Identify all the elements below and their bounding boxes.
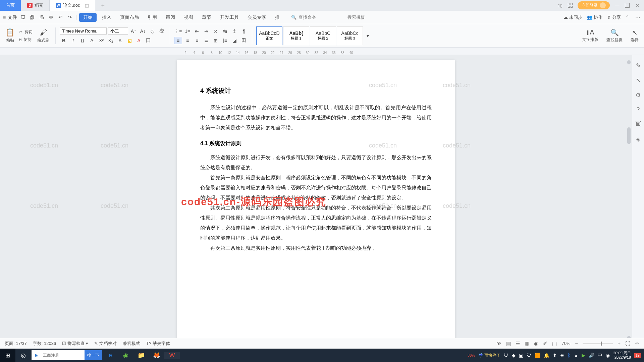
image-tool-icon[interactable]: 🖼	[635, 121, 642, 128]
sliders-icon[interactable]: ⚙	[635, 91, 642, 99]
tray-icon[interactable]: ⊕	[560, 353, 564, 358]
command-search[interactable]: 🔍	[291, 15, 394, 20]
cut-button[interactable]: ✂剪切	[19, 29, 33, 35]
save-as-icon[interactable]: 🗐	[29, 14, 36, 21]
text-effect-button[interactable]: A	[116, 37, 124, 44]
select-button[interactable]: ↖选择	[629, 28, 641, 43]
style-h2[interactable]: AaBbC标题 2	[310, 26, 336, 45]
shrink-font-button[interactable]: A↓	[139, 27, 147, 35]
tab-document[interactable]: W论文.doc◫	[50, 0, 95, 11]
maximize-button[interactable]	[625, 3, 630, 8]
char-border-button[interactable]: 囗	[144, 37, 152, 44]
menu-pagelayout[interactable]: 页面布局	[117, 14, 142, 20]
find-replace-button[interactable]: 🔍查找替换	[604, 28, 625, 43]
document-area[interactable]: code51.cn-源码乐园盗图必究 4 系统设计 系统在设计的过程中，必然要遵…	[0, 55, 632, 346]
indent-dec-button[interactable]: ⇤	[193, 27, 201, 35]
font-color-button[interactable]: A	[135, 37, 143, 44]
sort-button[interactable]: ⤮	[212, 27, 220, 35]
copy-button[interactable]: ⎘复制	[19, 37, 33, 43]
highlight-button[interactable]: ⬕	[125, 37, 133, 44]
settings-icon[interactable]: ✧	[635, 341, 639, 347]
wifi-icon[interactable]: 📶	[535, 353, 540, 358]
menu-devtools[interactable]: 开发工具	[217, 14, 242, 20]
align-right-button[interactable]: ≡	[193, 37, 201, 44]
coop-button[interactable]: 👥协作	[587, 14, 602, 20]
shading-button[interactable]: ◢	[230, 37, 238, 44]
clear-format-button[interactable]: ◇	[148, 27, 156, 35]
zoom-level[interactable]: 70%	[561, 341, 570, 346]
show-marks-button[interactable]: ¶	[240, 27, 248, 35]
menu-insert[interactable]: 插入	[99, 14, 115, 20]
tray-icon[interactable]: ▶	[582, 353, 585, 358]
linespace-button[interactable]: ‡	[230, 27, 238, 35]
search-template-input[interactable]	[347, 15, 394, 20]
search-command-input[interactable]	[299, 15, 345, 20]
share-button[interactable]: ⇪分享	[607, 14, 621, 20]
style-h1[interactable]: AaBb(标题 1	[283, 26, 309, 45]
line-height-button[interactable]: |≡	[221, 37, 229, 44]
distribute-button[interactable]: ⊞	[212, 37, 220, 44]
superscript-button[interactable]: X²	[97, 37, 105, 44]
style-h3[interactable]: AaBbCc标题 3	[337, 26, 363, 45]
word-count[interactable]: 字数: 12036	[33, 341, 56, 347]
print-icon[interactable]: 🖶	[38, 14, 45, 21]
format-painter[interactable]: 🖌格式刷	[35, 28, 51, 43]
undo-icon[interactable]: ↶	[57, 14, 64, 21]
tray-icon[interactable]: ◆	[512, 353, 516, 358]
grow-font-button[interactable]: A↑	[129, 27, 138, 35]
weather-widget[interactable]: ☔ 雨快停了	[478, 353, 500, 358]
bullets-button[interactable]: ⋮≡	[174, 27, 182, 35]
cortana-icon[interactable]: ◎	[15, 349, 31, 362]
subscript-button[interactable]: X₂	[107, 37, 115, 44]
apps-icon[interactable]	[568, 3, 573, 8]
styles-gallery[interactable]: AaBbCcD正文 AaBb(标题 1 AaBbC标题 2 AaBbCc标题 3…	[256, 26, 372, 45]
login-button[interactable]: 立即登录	[578, 1, 610, 9]
zoom-slider[interactable]	[583, 343, 613, 344]
fit-width-icon[interactable]: ⬚	[552, 341, 557, 347]
bold-button[interactable]: B	[60, 37, 68, 44]
italic-button[interactable]: I	[69, 37, 77, 44]
taskbar-search-button[interactable]: 搜一下	[85, 350, 102, 360]
menu-review[interactable]: 审阅	[162, 14, 178, 20]
styles-more-button[interactable]: ▾	[364, 32, 372, 40]
outline-view-icon[interactable]: ☰	[516, 341, 520, 347]
sync-status[interactable]: ☁未同步	[564, 14, 582, 20]
save-icon[interactable]: 🖫	[19, 14, 26, 21]
menu-chapter[interactable]: 章节	[199, 14, 215, 20]
tray-icon[interactable]: ⬆	[553, 353, 557, 358]
file-menu[interactable]: 文件	[8, 14, 17, 20]
overflow-icon[interactable]: ⋯	[634, 14, 641, 21]
volume-icon[interactable]: 🔊	[589, 353, 594, 358]
taskbar-search-input[interactable]	[41, 353, 85, 358]
tray-icon[interactable]: 🛡	[527, 353, 531, 358]
proofread-button[interactable]: ✎ 文档校对	[94, 341, 117, 347]
split-window-icon[interactable]: ◫	[85, 3, 89, 8]
page-indicator[interactable]: 页面: 17/37	[5, 341, 27, 347]
align-justify-button[interactable]: ≣	[202, 37, 210, 44]
compat-mode[interactable]: 兼容模式	[123, 341, 140, 347]
strike-button[interactable]: A̶	[88, 37, 96, 44]
fullscreen-icon[interactable]: ⛶	[625, 341, 630, 346]
pen-icon[interactable]: ✎	[635, 62, 642, 69]
menu-start[interactable]: 开始	[79, 13, 97, 22]
eye-icon[interactable]: 👁	[496, 341, 501, 346]
tray-icon[interactable]: 🛡	[504, 353, 508, 358]
start-button[interactable]: ⊞	[0, 349, 15, 362]
spellcheck-button[interactable]: ☑ 拼写检查 ▾	[62, 341, 88, 347]
tray-icon[interactable]: ▣	[519, 353, 523, 358]
font-family-input[interactable]	[60, 27, 107, 35]
tab-home[interactable]: 首页	[0, 0, 21, 11]
notification-icon[interactable]: 🔔	[544, 353, 549, 358]
border-button[interactable]: 田	[240, 37, 248, 44]
scroll-thumb[interactable]	[627, 127, 631, 144]
tray-percent[interactable]: 86%	[468, 353, 475, 357]
help-icon[interactable]: ?	[635, 106, 642, 113]
minimize-button[interactable]: —	[614, 3, 620, 8]
scrollbar[interactable]	[627, 60, 631, 340]
tab-button[interactable]: ↹	[221, 27, 229, 35]
read-view-icon[interactable]: ◉	[534, 341, 538, 347]
menu-more[interactable]: 推	[272, 14, 283, 20]
menu-vip[interactable]: 会员专享	[244, 14, 270, 20]
app-360[interactable]: ◉	[118, 352, 133, 359]
web-view-icon[interactable]: ▦	[525, 341, 529, 347]
